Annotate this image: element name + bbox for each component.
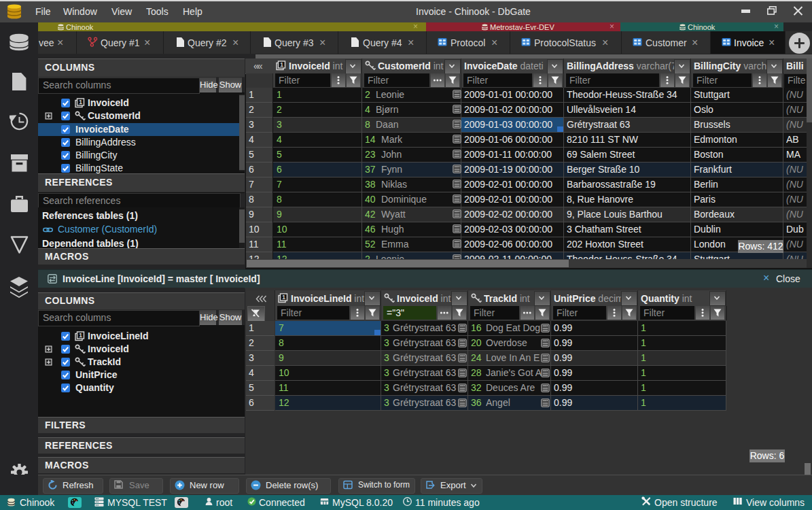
svg-text:1: 1 bbox=[79, 332, 82, 339]
svg-text:1: 1 bbox=[79, 99, 82, 105]
svg-text:1: 1 bbox=[282, 294, 285, 301]
svg-text:1: 1 bbox=[280, 61, 283, 68]
